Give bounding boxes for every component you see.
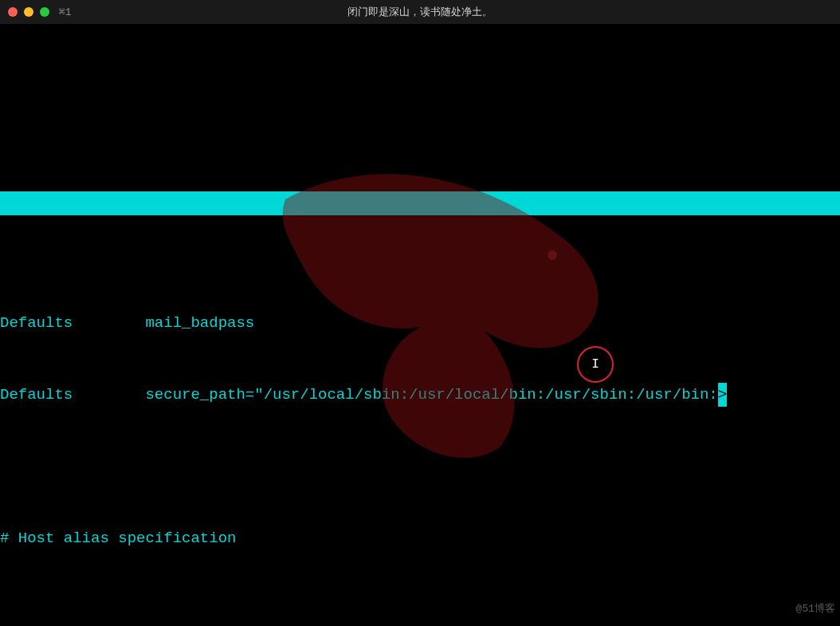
watermark: @51博客: [796, 597, 835, 621]
terminal-body[interactable]: GNU nano 4.8 /etc/sudoers Defaults mail_…: [0, 24, 840, 626]
nano-file-name: /etc/sudoers: [54, 239, 306, 263]
minimize-icon[interactable]: [24, 7, 33, 17]
tab-label[interactable]: ⌘1: [59, 6, 72, 18]
close-icon[interactable]: [8, 7, 18, 17]
mac-titlebar: ⌘1 闭门即是深山，读书随处净土。: [0, 0, 840, 24]
line-continuation-icon: >: [718, 383, 727, 407]
zoom-icon[interactable]: [40, 7, 49, 17]
svg-point-0: [548, 250, 557, 260]
editor-text: Defaults secure_path="/usr/local/sbin:/u…: [0, 386, 718, 404]
text-cursor-icon: I: [577, 346, 614, 383]
traffic-lights: [8, 7, 49, 17]
nano-shortcut-bar: ^G Get Help ^O Write Out ^W Where Is ^K …: [0, 578, 840, 626]
editor-comment[interactable]: # Host alias specification: [0, 526, 840, 550]
editor-line[interactable]: [0, 455, 840, 478]
nano-title-bar: GNU nano 4.8 /etc/sudoers: [0, 191, 840, 215]
editor-line[interactable]: Defaults mail_badpass: [0, 311, 840, 335]
terminal-window: ⌘1 闭门即是深山，读书随处净土。 GNU nano 4.8 /etc/sudo…: [0, 0, 840, 626]
nano-app-name: GNU nano 4.8: [54, 215, 391, 239]
window-title: 闭门即是深山，读书随处净土。: [0, 5, 840, 19]
editor-line[interactable]: Defaults secure_path="/usr/local/sbin:/u…: [0, 383, 840, 407]
